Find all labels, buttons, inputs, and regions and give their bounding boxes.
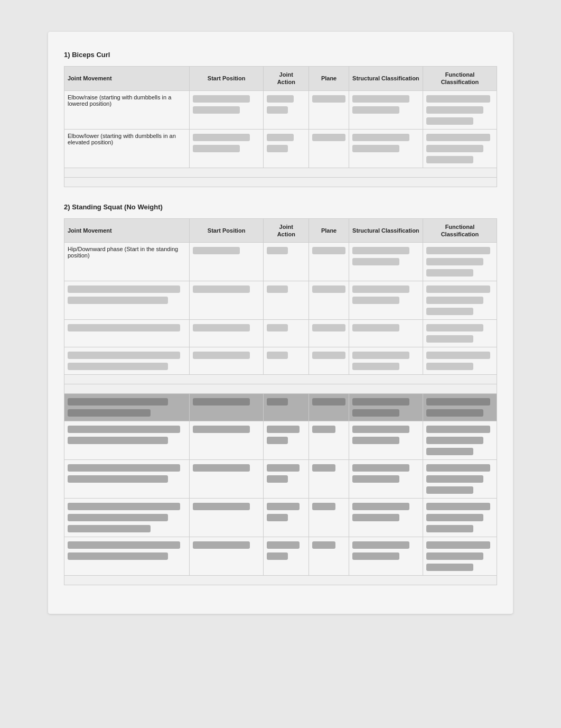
blur-bar <box>267 324 288 331</box>
col-header-functional: Functional Classification <box>423 67 497 91</box>
blur-bar <box>426 269 473 277</box>
col-header-plane: Plane <box>309 67 349 91</box>
blurred-content <box>267 463 305 484</box>
blurred-content <box>68 397 186 418</box>
plane-cell <box>309 347 349 375</box>
blurred-content <box>352 133 419 153</box>
col-header-joint-action: JointAction <box>264 218 309 243</box>
blurred-content <box>68 323 186 333</box>
blurred-content <box>312 425 345 434</box>
functional-cell <box>423 499 497 537</box>
blurred-content <box>193 94 260 115</box>
joint-action-cell <box>264 347 309 375</box>
blur-bar <box>267 95 294 103</box>
blur-bar <box>352 437 399 444</box>
joint-movement-cell <box>64 347 190 375</box>
joint-movement-cell <box>64 394 190 421</box>
blur-bar <box>352 258 399 265</box>
blur-bar <box>426 134 490 141</box>
joint-movement-cell: Elbow/raise (starting with dumbbells in … <box>64 90 190 129</box>
blur-bar <box>193 464 250 472</box>
blur-bar <box>312 352 345 359</box>
structural-cell <box>349 394 423 421</box>
blur-bar <box>267 541 300 549</box>
blur-bar <box>68 503 180 510</box>
blurred-content <box>193 133 260 153</box>
blurred-content <box>352 502 419 522</box>
start-position-cell <box>190 347 264 375</box>
functional-cell <box>423 537 497 576</box>
blurred-content <box>193 351 260 360</box>
functional-cell <box>423 460 497 499</box>
functional-cell <box>423 281 497 320</box>
blurred-content <box>68 540 186 561</box>
blur-bar <box>267 464 300 472</box>
blur-bar <box>352 464 409 472</box>
functional-cell <box>423 320 497 347</box>
blur-bar <box>426 117 473 125</box>
start-position-cell <box>190 129 264 168</box>
joint-action-cell <box>264 394 309 421</box>
section-2-table: Joint Movement Start Position JointActio… <box>64 218 497 586</box>
joint-movement-cell <box>64 499 190 537</box>
blur-bar <box>352 514 399 521</box>
spacer-row <box>64 576 497 585</box>
blurred-content <box>426 351 493 371</box>
blur-bar <box>193 541 250 549</box>
blur-bar <box>312 285 345 293</box>
blur-bar <box>267 398 288 406</box>
blurred-content <box>193 502 260 511</box>
blur-bar <box>267 145 288 152</box>
blur-bar <box>426 398 490 406</box>
start-position-cell <box>190 320 264 347</box>
blur-bar <box>352 106 399 114</box>
blur-bar <box>426 514 483 521</box>
blurred-content <box>312 540 345 550</box>
blur-bar <box>352 134 409 141</box>
structural-cell <box>349 281 423 320</box>
blur-bar <box>426 335 473 343</box>
functional-cell <box>423 243 497 281</box>
blurred-content <box>193 425 260 434</box>
blur-bar <box>193 426 250 433</box>
blurred-content <box>426 397 493 418</box>
table-row <box>64 320 497 347</box>
blurred-content <box>426 284 493 316</box>
start-position-cell <box>190 394 264 421</box>
blur-bar <box>426 426 490 433</box>
joint-action-cell <box>264 243 309 281</box>
blur-bar <box>352 285 409 293</box>
section-1-table: Joint Movement Start Position JointActio… <box>64 66 497 187</box>
blurred-content <box>267 351 305 360</box>
blur-bar <box>426 324 483 331</box>
blurred-content <box>267 540 305 561</box>
blur-bar <box>426 258 483 265</box>
blurred-content <box>426 323 493 344</box>
blur-bar <box>426 564 473 571</box>
joint-movement-cell <box>64 281 190 320</box>
structural-cell <box>349 537 423 576</box>
joint-action-cell <box>264 537 309 576</box>
joint-action-cell <box>264 421 309 460</box>
blur-bar <box>68 363 168 370</box>
section-2: 2) Standing Squat (No Weight) Joint Move… <box>64 200 497 586</box>
blur-bar <box>68 514 168 521</box>
blurred-content <box>312 323 345 333</box>
blur-bar <box>426 448 473 455</box>
spacer-row <box>64 384 497 394</box>
blur-bar <box>312 541 335 549</box>
start-position-cell <box>190 281 264 320</box>
plane-cell <box>309 537 349 576</box>
blur-bar <box>426 525 473 532</box>
blurred-content <box>352 323 419 333</box>
joint-movement-cell: Elbow/lower (starting with dumbbells in … <box>64 129 190 168</box>
blurred-content <box>426 540 493 572</box>
blurred-content <box>68 351 186 371</box>
blurred-content <box>426 246 493 278</box>
blurred-content <box>426 94 493 126</box>
blurred-content <box>267 133 305 153</box>
blurred-content <box>312 284 345 294</box>
col-header-structural: Structural Classification <box>349 67 423 91</box>
blurred-content <box>68 502 186 533</box>
blurred-content <box>426 463 493 495</box>
